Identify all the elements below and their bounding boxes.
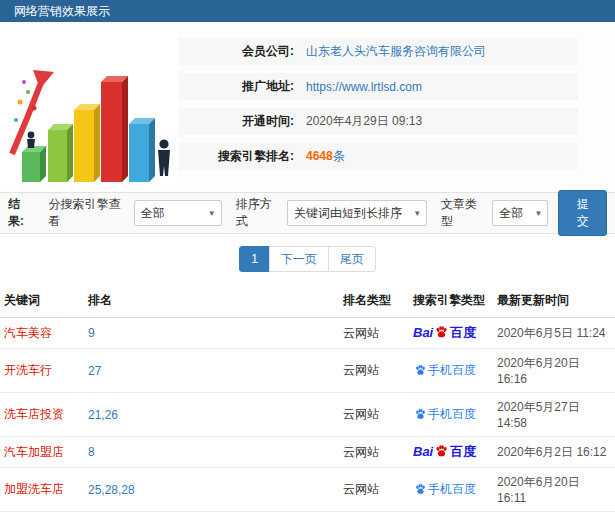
baidu-logo-text: 百度: [450, 444, 476, 459]
sort-filter-label: 排序方式: [236, 196, 281, 230]
table-header-row: 关键词 排名 排名类型 搜索引擎类型 最新更新时间: [0, 284, 615, 318]
rank-cell[interactable]: 9: [84, 318, 339, 349]
keyword-cell: 开洗车行: [0, 349, 84, 393]
mobile-baidu-text: 手机百度: [428, 363, 476, 377]
last-page-button[interactable]: 尾页: [328, 246, 376, 272]
rank-type-cell: 云网站: [339, 468, 409, 512]
rank-count-value: 4648: [306, 149, 333, 163]
mobile-baidu-text: 手机百度: [428, 407, 476, 421]
rank-type-cell: 云网站: [339, 318, 409, 349]
updated-cell: 2020年5月27日 14:58: [493, 393, 615, 437]
engine-filter-wrap: 全部: [134, 200, 222, 226]
rank-type-cell: 云网站: [339, 512, 409, 520]
submit-button[interactable]: 提交: [558, 190, 607, 236]
table-row: 洗车店投资21,26云网站手机百度2020年5月27日 14:58: [0, 393, 615, 437]
baidu-logo-latin: Bai: [413, 325, 433, 340]
header-keyword: 关键词: [0, 284, 84, 318]
page-header: 网络营销效果展示: [0, 0, 615, 22]
keyword-cell: 洗车店投资: [0, 393, 84, 437]
info-row-rank-count: 搜索引擎排名: 4648条: [178, 143, 578, 170]
rank-type-cell: 云网站: [339, 349, 409, 393]
results-table: 关键词 排名 排名类型 搜索引擎类型 最新更新时间 汽车美容9云网站Bai百度2…: [0, 284, 615, 520]
paw-icon: [434, 325, 449, 340]
keyword-cell: 汽车加盟店: [0, 437, 84, 468]
rank-cell[interactable]: 27: [84, 349, 339, 393]
company-label: 会员公司:: [184, 43, 294, 60]
rank-cell[interactable]: 30: [84, 512, 339, 520]
rank-cell[interactable]: 25,28,28: [84, 468, 339, 512]
paw-icon: [414, 483, 427, 496]
baidu-logo-text: 百度: [450, 325, 476, 340]
filter-bar: 结果: 分搜索引擎查看 全部 排序方式 关键词由短到长排序 文章类型 全部 提交: [0, 192, 615, 234]
rank-cell[interactable]: 21,26: [84, 393, 339, 437]
table-row: 洗车赚钱吗30云网站手机百度2020年6月20日 16:12: [0, 512, 615, 520]
sort-filter-select[interactable]: 关键词由短到长排序: [287, 200, 427, 226]
summary-section: 会员公司: 山东老人头汽车服务咨询有限公司 推广地址: https://www.…: [0, 22, 615, 192]
member-info-panel: 会员公司: 山东老人头汽车服务咨询有限公司 推广地址: https://www.…: [178, 32, 615, 184]
rank-type-cell: 云网站: [339, 437, 409, 468]
promo-url-label: 推广地址:: [184, 78, 294, 95]
pagination: 1 下一页 尾页: [0, 234, 615, 284]
company-link[interactable]: 山东老人头汽车服务咨询有限公司: [306, 43, 486, 60]
keyword-cell: 洗车赚钱吗: [0, 512, 84, 520]
updated-cell: 2020年6月20日 16:12: [493, 512, 615, 520]
promo-url-link[interactable]: https://www.lrtlsd.com: [306, 80, 422, 94]
engine-cell: Bai百度: [409, 318, 493, 349]
keyword-cell: 汽车美容: [0, 318, 84, 349]
paw-icon: [414, 408, 427, 421]
header-rank-type: 排名类型: [339, 284, 409, 318]
engine-cell: 手机百度: [409, 349, 493, 393]
info-row-open-time: 开通时间: 2020年4月29日 09:13: [178, 108, 578, 135]
rank-count-unit: 条: [333, 149, 345, 163]
engine-cell: 手机百度: [409, 393, 493, 437]
updated-cell: 2020年6月20日 16:11: [493, 468, 615, 512]
engine-cell: 手机百度: [409, 512, 493, 520]
results-table-body: 汽车美容9云网站Bai百度2020年6月5日 11:24开洗车行27云网站手机百…: [0, 318, 615, 520]
engine-filter-select[interactable]: 全部: [134, 200, 222, 226]
header-rank: 排名: [84, 284, 339, 318]
info-row-url: 推广地址: https://www.lrtlsd.com: [178, 73, 578, 100]
paw-icon: [414, 364, 427, 377]
updated-cell: 2020年6月20日 16:16: [493, 349, 615, 393]
article-type-wrap: 全部: [492, 200, 548, 226]
article-type-select[interactable]: 全部: [492, 200, 548, 226]
bar-chart-illustration: [0, 32, 178, 184]
rank-type-cell: 云网站: [339, 393, 409, 437]
table-row: 加盟洗车店25,28,28云网站手机百度2020年6月20日 16:11: [0, 468, 615, 512]
table-row: 汽车美容9云网站Bai百度2020年6月5日 11:24: [0, 318, 615, 349]
page-title: 网络营销效果展示: [14, 4, 110, 18]
updated-cell: 2020年6月2日 16:12: [493, 437, 615, 468]
table-row: 汽车加盟店8云网站Bai百度2020年6月2日 16:12: [0, 437, 615, 468]
mobile-baidu-text: 手机百度: [428, 482, 476, 496]
header-updated: 最新更新时间: [493, 284, 615, 318]
open-time-value: 2020年4月29日 09:13: [306, 113, 422, 130]
next-page-button[interactable]: 下一页: [269, 246, 329, 272]
paw-icon: [434, 444, 449, 459]
rank-cell[interactable]: 8: [84, 437, 339, 468]
rank-count-label: 搜索引擎排名:: [184, 148, 294, 165]
open-time-label: 开通时间:: [184, 113, 294, 130]
info-row-company: 会员公司: 山东老人头汽车服务咨询有限公司: [178, 38, 578, 65]
table-row: 开洗车行27云网站手机百度2020年6月20日 16:16: [0, 349, 615, 393]
baidu-logo-latin: Bai: [413, 444, 433, 459]
sort-filter-wrap: 关键词由短到长排序: [287, 200, 427, 226]
engine-cell: 手机百度: [409, 468, 493, 512]
page-number-current[interactable]: 1: [239, 246, 270, 272]
engine-cell: Bai百度: [409, 437, 493, 468]
engine-filter-label: 分搜索引擎查看: [48, 196, 127, 230]
article-type-label: 文章类型: [441, 196, 486, 230]
result-label: 结果:: [8, 196, 34, 230]
keyword-cell: 加盟洗车店: [0, 468, 84, 512]
header-engine-type: 搜索引擎类型: [409, 284, 493, 318]
updated-cell: 2020年6月5日 11:24: [493, 318, 615, 349]
growth-chart-graphic: [0, 32, 178, 184]
